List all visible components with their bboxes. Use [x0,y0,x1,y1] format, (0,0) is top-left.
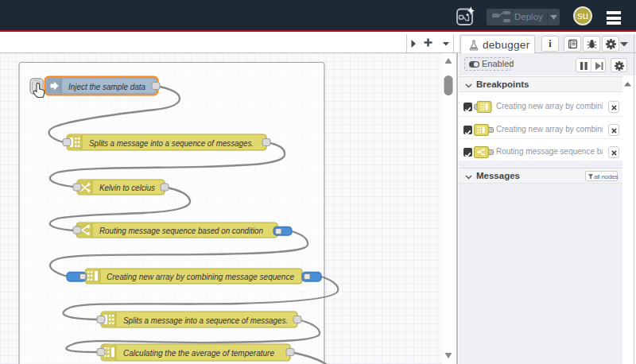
svg-text:Inject the sample data: Inject the sample data [68,82,145,91]
svg-text:Routing message sequence based: Routing message sequence based on condit… [99,226,263,235]
svg-text:Kelvin to celcius: Kelvin to celcius [99,183,155,192]
svg-text:Splits a message into a sequen: Splits a message into a sequence of mess… [89,138,254,148]
svg-text:Calculating the the average of: Calculating the the average of temperatu… [123,348,274,358]
svg-text:Splits a message into a sequen: Splits a message into a sequence of mess… [123,316,288,325]
svg-text:Creating new array by combinin: Creating new array by combining message … [107,272,294,281]
